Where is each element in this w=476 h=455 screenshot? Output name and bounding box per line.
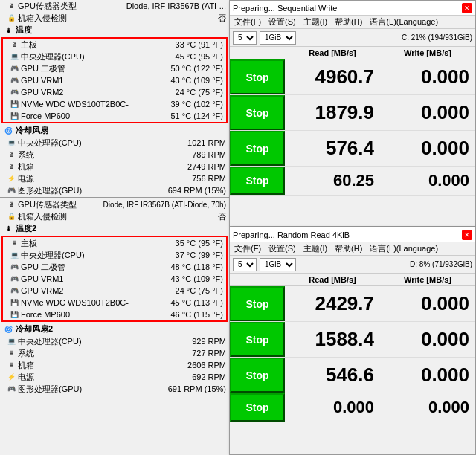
stop-button-b2[interactable]: Stop bbox=[230, 322, 285, 357]
nvme2-icon: 💾 bbox=[9, 297, 19, 308]
bottom-menu-help[interactable]: 帮助(H) bbox=[333, 243, 364, 254]
fan2-psu: ⚡电源 692 RPM bbox=[0, 371, 229, 383]
bottom-bench-header: Read [MB/s] Write [MB/s] bbox=[230, 274, 475, 286]
fan2-chassis: 🖥机箱 2606 RPM bbox=[0, 359, 229, 371]
top-menu-theme[interactable]: 主题(I) bbox=[302, 16, 329, 28]
bottom-header-write: Write [MB/s] bbox=[380, 274, 475, 285]
top-read-2: 1879.9 bbox=[285, 101, 380, 124]
bottom-bench-row-1: Stop 2429.7 0.000 bbox=[230, 286, 475, 322]
top-header-read: Read [MB/s] bbox=[285, 47, 380, 59]
fan2-psu-icon: ⚡ bbox=[6, 372, 16, 382]
stop-button-b4[interactable]: Stop bbox=[230, 393, 285, 422]
temp-mainboard: 🖥主板 33 °C (91 °F) bbox=[3, 39, 226, 51]
temp2-gpu-vrm2: 🎮GPU VRM2 24 °C (75 °F) bbox=[3, 285, 226, 297]
temp2-mp600: 💾Force MP600 46 °C (115 °F) bbox=[3, 309, 226, 320]
left-panel: 🖥GPU传感器类型 Diode, IRF IR3567B (ATI-... 🔒机… bbox=[0, 0, 229, 455]
bottom-menu-theme[interactable]: 主题(I) bbox=[302, 243, 329, 254]
temp-icon: 🌡 bbox=[3, 25, 13, 36]
bottom-stop-btn-4[interactable]: Stop bbox=[230, 393, 285, 422]
top-stop-btn-2[interactable]: Stop bbox=[230, 95, 285, 130]
fan-gpu: 🎮图形处理器(GPU) 694 RPM (15%) bbox=[0, 184, 229, 196]
gpu2-diode-icon: 🎮 bbox=[9, 262, 19, 272]
top-stop-btn-3[interactable]: Stop bbox=[230, 131, 285, 166]
bottom-write-2: 0.000 bbox=[380, 328, 475, 351]
mb-icon: 🖥 bbox=[9, 39, 19, 50]
bottom-header-stop bbox=[230, 274, 285, 285]
top-bench-window: Preparing... Sequential Write ✕ 文件(F) 设置… bbox=[229, 0, 476, 227]
top-menu-settings[interactable]: 设置(S) bbox=[267, 16, 298, 28]
gpu-sensor-type-row-2: 🖥GPU传感器类型 Diode, IRF IR3567B (ATI-Diode,… bbox=[0, 199, 229, 210]
stop-button-1[interactable]: Stop bbox=[230, 59, 285, 94]
gpu2-icon: 🖥 bbox=[6, 199, 16, 210]
fan-sys-icon: 🖥 bbox=[6, 149, 16, 160]
bottom-stop-btn-2[interactable]: Stop bbox=[230, 322, 285, 357]
temp-cpu: 💻中央处理器(CPU) 45 °C (95 °F) bbox=[3, 51, 226, 62]
bottom-count-select[interactable]: 5 bbox=[233, 258, 257, 271]
top-bench-controls: 5 1GiB C: 21% (194/931GiB) bbox=[230, 29, 475, 47]
bottom-write-1: 0.000 bbox=[380, 292, 475, 315]
bottom-read-3: 546.6 bbox=[285, 364, 380, 387]
top-read-3: 576.4 bbox=[285, 137, 380, 160]
fan-chassis-icon: 🖥 bbox=[6, 161, 16, 172]
bottom-bench-table: Read [MB/s] Write [MB/s] Stop 2429.7 0.0… bbox=[230, 274, 475, 422]
top-stop-btn-1[interactable]: Stop bbox=[230, 59, 285, 94]
cpu2-icon: 💻 bbox=[9, 250, 19, 260]
temp-highlight-box: 🖥主板 33 °C (91 °F) 💻中央处理器(CPU) 45 °C (95 … bbox=[1, 37, 228, 123]
stop-button-3[interactable]: Stop bbox=[230, 131, 285, 166]
temp-section-header: 🌡 温度 bbox=[0, 24, 229, 36]
top-write-4: 0.000 bbox=[380, 171, 475, 190]
top-header-write: Write [MB/s] bbox=[380, 47, 475, 59]
bottom-stop-btn-3[interactable]: Stop bbox=[230, 358, 285, 393]
bottom-bench-controls: 5 1GiB D: 8% (71/932GiB) bbox=[230, 256, 475, 274]
top-menu-lang[interactable]: 语言(L)(Language) bbox=[368, 16, 440, 28]
section-divider bbox=[0, 197, 229, 198]
intrusion-row: 🔒机箱入侵检测 否 bbox=[0, 12, 229, 24]
top-size-select[interactable]: 1GiB bbox=[260, 31, 296, 45]
lock2-icon: 🔒 bbox=[6, 211, 16, 222]
bottom-bench-row-3: Stop 546.6 0.000 bbox=[230, 358, 475, 393]
stop-button-b3[interactable]: Stop bbox=[230, 358, 285, 393]
temp2-cpu: 💻中央处理器(CPU) 37 °C (99 °F) bbox=[3, 249, 226, 261]
top-bench-close[interactable]: ✕ bbox=[462, 3, 472, 13]
bottom-menu-lang[interactable]: 语言(L)(Language) bbox=[368, 243, 440, 254]
bottom-read-2: 1588.4 bbox=[285, 328, 380, 351]
bottom-read-1: 2429.7 bbox=[285, 292, 380, 315]
mb2-icon: 🖥 bbox=[9, 238, 19, 248]
temp-mp600: 💾Force MP600 51 °C (124 °F) bbox=[3, 110, 226, 122]
top-bench-row-4: Stop 60.25 0.000 bbox=[230, 167, 475, 196]
stop-button-b1[interactable]: Stop bbox=[230, 286, 285, 321]
top-read-4: 60.25 bbox=[285, 171, 380, 190]
bottom-bench-title: Preparing... Random Read 4KiB bbox=[233, 230, 462, 239]
top-count-select[interactable]: 5 bbox=[233, 31, 257, 45]
bottom-bench-close[interactable]: ✕ bbox=[462, 230, 472, 240]
mp600-icon: 💾 bbox=[9, 111, 19, 121]
gpu-sensor-type-row: 🖥GPU传感器类型 Diode, IRF IR3567B (ATI-... bbox=[0, 0, 229, 12]
top-bench-table: Read [MB/s] Write [MB/s] Stop 4960.7 0.0… bbox=[230, 47, 475, 196]
bottom-menu-settings[interactable]: 设置(S) bbox=[267, 243, 298, 254]
bottom-header-read: Read [MB/s] bbox=[285, 274, 380, 285]
top-write-2: 0.000 bbox=[380, 101, 475, 124]
top-bench-row-3: Stop 576.4 0.000 bbox=[230, 131, 475, 167]
temp-gpu-vrm2: 🎮GPU VRM2 24 °C (75 °F) bbox=[3, 86, 226, 98]
fan-psu: ⚡电源 756 RPM bbox=[0, 172, 229, 184]
stop-button-2[interactable]: Stop bbox=[230, 95, 285, 130]
top-stop-btn-4[interactable]: Stop bbox=[230, 167, 285, 195]
top-bench-row-2: Stop 1879.9 0.000 bbox=[230, 95, 475, 131]
top-menu-help[interactable]: 帮助(H) bbox=[333, 16, 364, 28]
stop-button-4[interactable]: Stop bbox=[230, 167, 285, 195]
top-menu-file[interactable]: 文件(F) bbox=[233, 16, 263, 28]
bottom-menu-file[interactable]: 文件(F) bbox=[233, 243, 263, 254]
gpu2-vrm2-icon: 🎮 bbox=[9, 285, 19, 296]
fan2-sys-icon: 🖥 bbox=[6, 348, 16, 358]
bottom-stop-btn-1[interactable]: Stop bbox=[230, 286, 285, 321]
fan2-gpu: 🎮图形处理器(GPU) 691 RPM (15%) bbox=[0, 383, 229, 395]
bottom-bench-menubar: 文件(F) 设置(S) 主题(I) 帮助(H) 语言(L)(Language) bbox=[230, 242, 475, 256]
fan2-icon: 🌀 bbox=[3, 324, 13, 335]
bottom-write-4: 0.000 bbox=[380, 398, 475, 417]
fan2-chassis-icon: 🖥 bbox=[6, 360, 16, 370]
bottom-size-select[interactable]: 1GiB bbox=[260, 258, 296, 271]
fan-section-header: 🌀 冷却风扇 bbox=[0, 124, 229, 137]
temp-gpu-diode: 🎮GPU 二极管 50 °C (122 °F) bbox=[3, 62, 226, 74]
temp2-nvme: 💾NVMe WDC WDS100T2B0C- 45 °C (113 °F) bbox=[3, 297, 226, 309]
top-bench-row-1: Stop 4960.7 0.000 bbox=[230, 59, 475, 95]
